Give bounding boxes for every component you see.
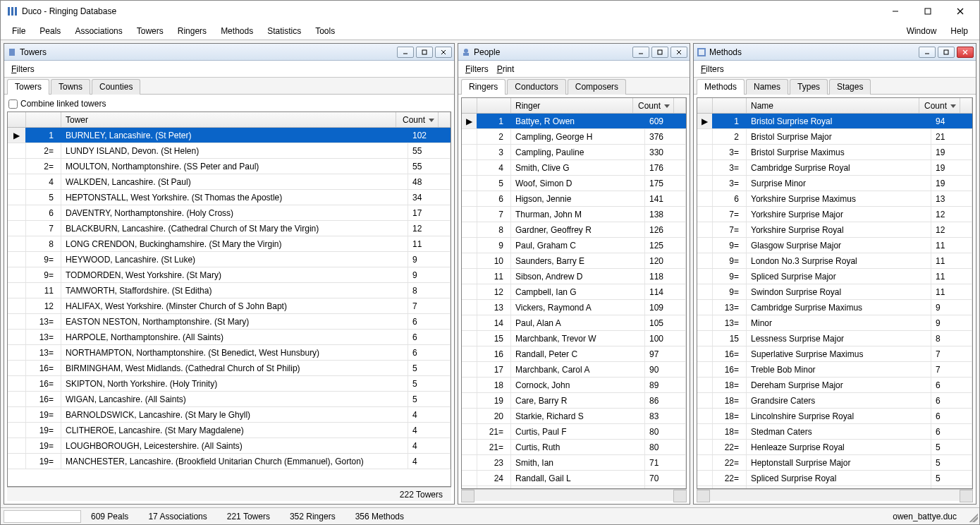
towers-row[interactable]: 9=HEYWOOD, Lancashire. (St Luke)9 [8,252,451,267]
methods-tab-types[interactable]: Types [790,79,828,95]
resize-grip-icon[interactable] [967,511,978,522]
methods-row[interactable]: 16=Treble Bob Minor7 [697,362,972,378]
people-titlebar[interactable]: People [458,44,690,61]
methods-count-header[interactable]: Count [919,98,960,113]
methods-row[interactable]: 22=Heptonstall Surprise Major5 [697,455,972,471]
towers-name-header[interactable]: Tower [61,112,396,127]
people-row[interactable]: 24Randall, Gail L70 [462,471,686,486]
methods-row[interactable]: 16=Superlative Surprise Maximus7 [697,346,972,362]
towers-tab-towns[interactable]: Towns [51,79,90,95]
towers-row[interactable]: 13=EASTON NESTON, Northamptonshire. (St … [8,314,451,330]
people-indicator-header[interactable] [462,98,477,113]
towers-row[interactable]: 2=MOULTON, Northamptonshire. (SS Peter a… [8,159,451,174]
menu-ringers[interactable]: Ringers [171,24,214,38]
methods-row[interactable]: 22=Superlative Surprise Major5 [697,486,972,488]
people-tab-ringers[interactable]: Ringers [461,79,506,95]
menu-towers[interactable]: Towers [130,24,171,38]
towers-row[interactable]: 6DAVENTRY, Northamptonshire. (Holy Cross… [8,205,451,221]
minimize-button[interactable] [879,1,912,22]
towers-row[interactable]: 4WALKDEN, Lancashire. (St Paul)48 [8,174,451,190]
people-row[interactable]: 5Woof, Simon D175 [462,176,686,191]
towers-titlebar[interactable]: Towers [4,44,454,61]
towers-row[interactable]: 5HEPTONSTALL, West Yorkshire. (St Thomas… [8,190,451,205]
towers-row[interactable]: 16=SKIPTON, North Yorkshire. (Holy Trini… [8,376,451,392]
people-row[interactable]: 17Marchbank, Carol A90 [462,362,686,378]
towers-row[interactable]: 19=CLITHEROE, Lancashire. (St Mary Magda… [8,423,451,438]
menu-statistics[interactable]: Statistics [260,24,308,38]
methods-rows[interactable]: ▶1Bristol Surprise Royal942Bristol Surpr… [697,114,972,488]
methods-row[interactable]: 3=Surprise Minor19 [697,176,972,191]
people-row[interactable]: 21=Curtis, Paul F80 [462,424,686,440]
methods-tab-names[interactable]: Names [746,79,788,95]
menu-window[interactable]: Window [900,24,944,38]
towers-row[interactable]: 19=LOUGHBOROUGH, Leicestershire. (All Sa… [8,438,451,454]
people-name-header[interactable]: Ringer [511,98,633,113]
methods-row[interactable]: 18=Grandsire Caters6 [697,393,972,409]
people-rows[interactable]: ▶1Battye, R Owen6092Campling, George H37… [462,114,686,488]
people-row[interactable]: 4Smith, Clive G176 [462,160,686,176]
towers-row[interactable]: 11TAMWORTH, Staffordshire. (St Editha)8 [8,283,451,298]
methods-row[interactable]: 9=Spliced Surprise Major11 [697,269,972,284]
towers-row[interactable]: 16=WIGAN, Lancashire. (All Saints)5 [8,392,451,407]
methods-row[interactable]: 18=Dereham Surprise Major6 [697,378,972,393]
people-maximize-button[interactable] [651,47,668,58]
methods-name-header[interactable]: Name [747,98,919,113]
people-row[interactable]: 14Paul, Alan A105 [462,315,686,331]
towers-row[interactable]: 13=NORTHAMPTON, Northamptonshire. (St Be… [8,345,451,361]
methods-row[interactable]: 18=Stedman Caters6 [697,424,972,440]
methods-row[interactable]: 7=Yorkshire Surprise Royal12 [697,222,972,238]
methods-tab-methods[interactable]: Methods [697,79,745,95]
people-tab-composers[interactable]: Composers [568,79,626,95]
towers-row[interactable]: ▶1BURNLEY, Lancashire. (St Peter)102 [8,128,451,143]
methods-row[interactable]: 7=Yorkshire Surprise Major12 [697,207,972,222]
methods-menu-filters[interactable]: Filters [697,63,728,76]
methods-tab-stages[interactable]: Stages [829,79,871,95]
methods-row[interactable]: 2Bristol Surprise Major21 [697,129,972,145]
people-row[interactable]: 25Trebble, Alan M69 [462,486,686,488]
people-row[interactable]: 18Cornock, John89 [462,378,686,393]
people-rank-header[interactable] [477,98,511,113]
combine-linked-checkbox[interactable]: Combine linked towers [7,97,451,111]
methods-maximize-button[interactable] [938,47,955,58]
people-row[interactable]: 2Campling, George H376 [462,129,686,145]
towers-indicator-header[interactable] [8,112,26,127]
people-row[interactable]: 7Thurman, John M138 [462,207,686,222]
towers-minimize-button[interactable] [397,47,414,58]
towers-count-header[interactable]: Count [396,112,439,127]
people-tab-conductors[interactable]: Conductors [507,79,565,95]
towers-row[interactable]: 2=LUNDY ISLAND, Devon. (St Helen)55 [8,143,451,159]
methods-row[interactable]: 13=Cambridge Surprise Maximus9 [697,300,972,315]
methods-row[interactable]: 3=Bristol Surprise Maximus19 [697,145,972,160]
people-row[interactable]: ▶1Battye, R Owen609 [462,114,686,129]
towers-row[interactable]: 12HALIFAX, West Yorkshire. (Minster Chur… [8,298,451,314]
methods-hscroll[interactable] [697,489,973,501]
towers-row[interactable]: 19=BARNOLDSWICK, Lancashire. (St Mary le… [8,407,451,423]
methods-titlebar[interactable]: Methods [694,44,976,61]
methods-rank-header[interactable] [713,98,747,113]
towers-row[interactable]: 7BLACKBURN, Lancashire. (Cathedral Churc… [8,221,451,236]
people-row[interactable]: 16Randall, Peter C97 [462,346,686,362]
methods-row[interactable]: 22=Henleaze Surprise Royal5 [697,440,972,455]
towers-row[interactable]: 16=BIRMINGHAM, West Midlands. (Cathedral… [8,361,451,376]
towers-row[interactable]: 9=TODMORDEN, West Yorkshire. (St Mary)9 [8,267,451,283]
people-row[interactable]: 21=Curtis, Ruth80 [462,440,686,455]
methods-row[interactable]: 6Yorkshire Surprise Maximus13 [697,191,972,207]
towers-rank-header[interactable] [26,112,61,127]
towers-row[interactable]: 19=MANCHESTER, Lancashire. (Brookfield U… [8,454,451,469]
people-row[interactable]: 6Higson, Jennie141 [462,191,686,207]
people-row[interactable]: 19Care, Barry R86 [462,393,686,409]
towers-rows[interactable]: ▶1BURNLEY, Lancashire. (St Peter)1022=LU… [8,128,451,486]
methods-close-button[interactable] [957,47,974,58]
methods-row[interactable]: 22=Spliced Surprise Royal5 [697,471,972,486]
people-menu-print[interactable]: Print [493,63,519,76]
people-hscroll[interactable] [461,489,687,501]
people-row[interactable]: 8Gardner, Geoffrey R126 [462,222,686,238]
people-row[interactable]: 13Vickers, Raymond A109 [462,300,686,315]
methods-row[interactable]: 9=Glasgow Surprise Major11 [697,238,972,253]
people-row[interactable]: 10Saunders, Barry E120 [462,253,686,269]
towers-tab-counties[interactable]: Counties [92,79,140,95]
people-minimize-button[interactable] [632,47,649,58]
people-menu-filters[interactable]: Filters [461,63,493,76]
methods-row[interactable]: 15Lessness Surprise Major8 [697,331,972,346]
close-button[interactable] [944,1,976,22]
